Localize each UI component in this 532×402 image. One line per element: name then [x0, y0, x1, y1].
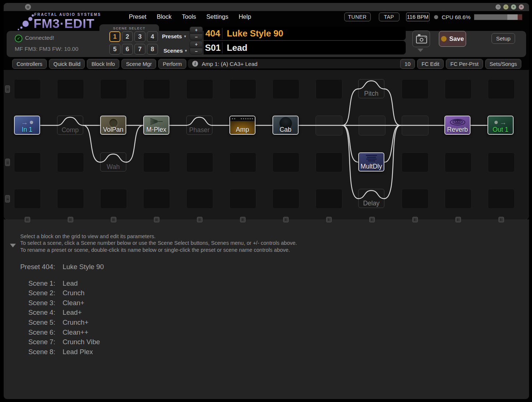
column-grip-handle[interactable]: [326, 217, 332, 222]
block-volpan[interactable]: VolPan: [100, 116, 126, 135]
scenes-menu[interactable]: Scenes▼: [163, 47, 187, 54]
scene-list-name[interactable]: Crunch+: [63, 318, 88, 328]
save-button[interactable]: Save: [439, 31, 466, 47]
scene-number[interactable]: S01: [204, 43, 222, 53]
row-grip-handle[interactable]: [5, 85, 10, 93]
empty-grid-slot[interactable]: [445, 152, 472, 172]
block-out1[interactable]: → Out 1: [487, 116, 514, 135]
perform-button[interactable]: Perform: [158, 59, 186, 69]
empty-grid-slot[interactable]: [445, 189, 472, 209]
block-delay[interactable]: Delay: [358, 189, 384, 208]
scene-list-name[interactable]: Crunch: [63, 288, 85, 298]
selected-block-info[interactable]: i Amp 1: (A) CA3+ Lead: [188, 59, 408, 68]
column-grip-handle[interactable]: [283, 217, 289, 222]
empty-grid-slot[interactable]: [14, 189, 41, 209]
empty-grid-slot[interactable]: [488, 79, 515, 99]
empty-grid-slot[interactable]: [229, 79, 256, 99]
preset-display[interactable]: 404 Luke Style 90: [204, 27, 406, 40]
scene-increment-button[interactable]: +: [190, 41, 203, 47]
scene-list-name[interactable]: Crunch Vibe: [63, 337, 100, 347]
column-grip-handle[interactable]: [369, 217, 375, 222]
scene-list-row[interactable]: Scene 5: Crunch+: [20, 318, 104, 328]
column-grip-handle[interactable]: [455, 217, 461, 222]
collapse-arrow-icon[interactable]: [10, 244, 16, 247]
empty-grid-slot[interactable]: [272, 189, 299, 209]
column-grip-handle[interactable]: [68, 217, 73, 222]
scene-display[interactable]: S01 Lead: [204, 41, 406, 54]
block-pitch[interactable]: Pitch: [358, 79, 384, 98]
empty-grid-slot[interactable]: [143, 79, 170, 99]
column-grip-handle[interactable]: [197, 217, 202, 222]
column-grip-handle[interactable]: [111, 217, 116, 222]
scene-button-6[interactable]: 6: [122, 44, 133, 54]
menu-settings[interactable]: Settings: [207, 13, 229, 20]
empty-grid-slot[interactable]: [445, 79, 472, 99]
row-grip-handle[interactable]: [5, 159, 10, 166]
scene-list-name[interactable]: Clean+: [63, 298, 84, 308]
empty-grid-slot[interactable]: [316, 79, 342, 99]
empty-grid-slot[interactable]: [186, 152, 213, 172]
empty-grid-slot[interactable]: [57, 79, 84, 99]
empty-grid-slot[interactable]: [14, 152, 41, 172]
scene-button-5[interactable]: 5: [109, 44, 120, 54]
empty-grid-slot[interactable]: [402, 189, 429, 209]
empty-grid-slot[interactable]: [186, 79, 213, 99]
shunt-slot[interactable]: [402, 116, 429, 135]
presets-menu[interactable]: Presets▼: [162, 33, 187, 39]
scene-list-row[interactable]: Scene 4: Lead+: [20, 308, 104, 318]
scene-list-row[interactable]: Scene 2: Crunch: [20, 288, 104, 298]
empty-grid-slot[interactable]: [316, 189, 342, 209]
block-mplex[interactable]: M-Plex: [143, 116, 169, 135]
empty-grid-slot[interactable]: [488, 189, 515, 209]
menu-tools[interactable]: Tools: [182, 13, 196, 20]
shunt-slot[interactable]: [316, 116, 342, 135]
scene-button-7[interactable]: 7: [134, 44, 145, 54]
block-multdly[interactable]: MultDly: [358, 152, 384, 172]
empty-grid-slot[interactable]: [143, 152, 170, 172]
scene-list-row[interactable]: Scene 6: Clean++: [20, 328, 104, 338]
empty-grid-slot[interactable]: [402, 152, 429, 172]
title-bar[interactable]: ❐ − + ✕: [4, 3, 529, 11]
scene-mgr-button[interactable]: Scene Mgr: [121, 59, 156, 69]
empty-grid-slot[interactable]: [272, 79, 299, 99]
scene-list-row[interactable]: Scene 1: Lead: [20, 279, 104, 289]
column-grip-handle[interactable]: [498, 217, 504, 222]
empty-grid-slot[interactable]: [229, 189, 256, 209]
scene-name[interactable]: Lead: [222, 43, 247, 53]
empty-grid-slot[interactable]: [272, 152, 299, 172]
sets-songs-button[interactable]: Sets/Songs: [485, 59, 521, 69]
empty-grid-slot[interactable]: [488, 152, 515, 172]
pause-icon[interactable]: [25, 4, 31, 10]
scene-list-row[interactable]: Scene 7: Crunch Vibe: [20, 337, 104, 347]
scene-list-name[interactable]: Clean++: [63, 328, 88, 338]
empty-grid-slot[interactable]: [402, 79, 429, 99]
ten-button[interactable]: 10: [400, 59, 415, 69]
column-grip-handle[interactable]: [240, 217, 246, 222]
empty-grid-slot[interactable]: [14, 79, 41, 99]
bpm-display[interactable]: 116 BPM: [406, 13, 430, 21]
scene-list-row[interactable]: Scene 8: Lead Plex: [20, 347, 104, 357]
scene-button-1[interactable]: 1: [109, 31, 120, 42]
scene-list-name[interactable]: Lead: [63, 279, 78, 289]
block-cab[interactable]: Cab: [272, 116, 299, 135]
tap-button[interactable]: TAP: [379, 13, 399, 21]
snapshot-button[interactable]: [412, 31, 430, 47]
empty-grid-slot[interactable]: [100, 79, 127, 99]
scene-list-name[interactable]: Lead Plex: [63, 347, 93, 357]
controllers-button[interactable]: Controllers: [12, 59, 47, 69]
empty-grid-slot[interactable]: [57, 152, 84, 172]
preset-number[interactable]: 404: [204, 28, 222, 39]
column-grip-handle[interactable]: [154, 217, 159, 222]
block-info-button[interactable]: Block Info: [87, 59, 119, 69]
preset-decrement-button[interactable]: −: [190, 34, 203, 40]
menu-preset[interactable]: Preset: [129, 13, 147, 20]
quick-build-button[interactable]: Quick Build: [49, 59, 85, 69]
preset-list-name[interactable]: Luke Style 90: [63, 262, 104, 272]
block-comp[interactable]: Comp: [57, 116, 83, 135]
preset-name[interactable]: Luke Style 90: [222, 28, 283, 39]
block-wah[interactable]: Wah: [100, 152, 126, 172]
setup-button[interactable]: Setup: [492, 33, 515, 44]
close-icon[interactable]: ✕: [519, 4, 524, 10]
scene-list-row[interactable]: Scene 3: Clean+: [20, 298, 104, 308]
minimize-icon[interactable]: −: [503, 4, 508, 10]
